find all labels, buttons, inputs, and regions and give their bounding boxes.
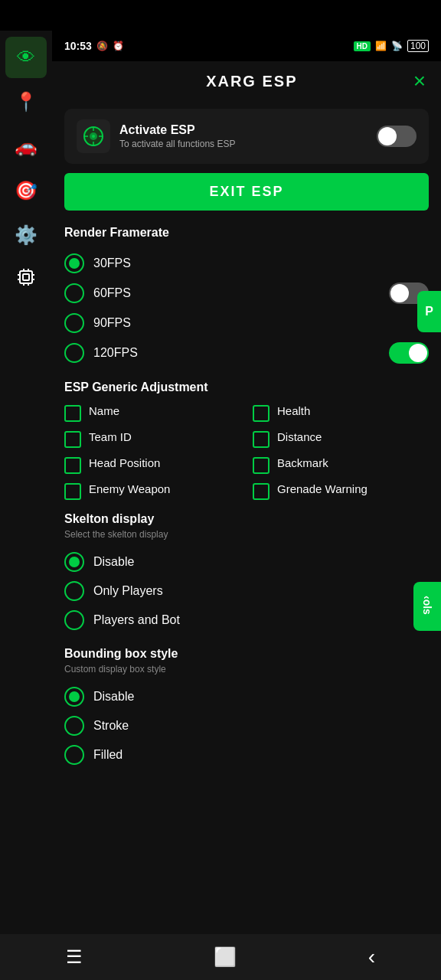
checkbox-health-box[interactable] (253, 405, 270, 422)
checkbox-distance-label: Distance (277, 430, 322, 445)
activate-esp-card: Activate ESP To activate all functions E… (64, 109, 429, 164)
bbox-filled-label: Filled (93, 748, 122, 762)
checkbox-enemyweapon-label: Enemy Weapon (89, 482, 170, 497)
skelton-playersbot-radio[interactable] (64, 610, 84, 630)
fps-90-option[interactable]: 90FPS (64, 309, 429, 338)
skelton-playersbot-option[interactable]: Players and Bot (64, 606, 429, 635)
checkbox-headposition-box[interactable] (64, 457, 81, 474)
right-edge-bottom-label: ‹ols (421, 596, 433, 615)
checkbox-health-label: Health (277, 403, 310, 419)
esp-generic-checkboxes: Name Health Team ID Distance Head Positi… (64, 403, 429, 500)
esp-generic-title: ESP Generic Adjustment (64, 381, 429, 394)
bbox-disable-radio[interactable] (64, 687, 84, 707)
checkbox-distance-box[interactable] (253, 431, 270, 448)
svg-point-12 (92, 135, 95, 138)
checkbox-health[interactable]: Health (253, 403, 429, 422)
bbox-stroke-radio[interactable] (64, 716, 84, 736)
target-icon: 🎯 (15, 180, 38, 201)
activate-esp-subtitle: To activate all functions ESP (119, 139, 235, 149)
checkbox-name[interactable]: Name (64, 403, 240, 422)
bbox-stroke-option[interactable]: Stroke (64, 711, 429, 740)
render-framerate-title: Render Framerate (64, 226, 429, 240)
bounding-box-title: Bounding box style (64, 647, 429, 661)
checkbox-backmark[interactable]: Backmark (253, 456, 429, 474)
eye-icon: 👁 (17, 47, 35, 68)
skelton-onlyplayers-radio[interactable] (64, 581, 84, 601)
skelton-onlyplayers-label: Only Players (93, 584, 163, 598)
back-button[interactable]: ‹ (353, 939, 390, 975)
checkbox-headposition-label: Head Position (89, 456, 160, 471)
bottom-navigation: ☰ ⬜ ‹ (0, 934, 441, 980)
bounding-box-subtitle: Custom display box style (64, 664, 429, 675)
checkbox-headposition[interactable]: Head Position (64, 456, 240, 474)
checkbox-backmark-label: Backmark (277, 456, 328, 471)
fps-60-radio[interactable] (64, 283, 84, 303)
activate-esp-toggle[interactable] (377, 126, 416, 147)
home-button[interactable]: ⬜ (198, 940, 252, 974)
fps-60-label: 60FPS (93, 286, 131, 300)
bounding-box-group: Disable Stroke Filled (64, 682, 429, 769)
right-edge-bottom-btn[interactable]: ‹ols (413, 582, 441, 631)
checkbox-enemyweapon-box[interactable] (64, 483, 81, 500)
app-header: XARG ESP × (52, 61, 441, 101)
checkbox-teamid-box[interactable] (64, 431, 81, 448)
checkbox-grenadewarning-box[interactable] (253, 483, 270, 500)
checkbox-grenadewarning[interactable]: Grenade Warning (253, 482, 429, 500)
fps-90-radio[interactable] (64, 313, 84, 333)
status-time: 10:53 🔕 ⏰ (64, 40, 124, 52)
fps-60-option[interactable]: 60FPS (64, 278, 429, 309)
skelton-playersbot-label: Players and Bot (93, 613, 180, 627)
svg-rect-1 (23, 274, 29, 280)
fps-30-option[interactable]: 30FPS (64, 249, 429, 278)
skelton-display-subtitle: Select the skelton display (64, 529, 429, 540)
chip-icon (17, 268, 35, 291)
exit-esp-button[interactable]: EXIT ESP (64, 173, 429, 211)
checkbox-teamid[interactable]: Team ID (64, 430, 240, 448)
main-panel: 10:53 🔕 ⏰ HD 📶 📡 100 XARG ESP × (52, 31, 441, 934)
bbox-filled-radio[interactable] (64, 745, 84, 765)
battery-icon: 100 (407, 40, 429, 52)
checkbox-name-box[interactable] (64, 405, 81, 422)
sidebar-item-settings[interactable]: ⚙️ (5, 214, 47, 256)
bbox-filled-option[interactable]: Filled (64, 740, 429, 769)
status-bar: 10:53 🔕 ⏰ HD 📶 📡 100 (52, 31, 441, 61)
fps-30-label: 30FPS (93, 256, 131, 270)
skelton-onlyplayers-option[interactable]: Only Players (64, 577, 429, 606)
mute-icon: 🔕 (96, 41, 108, 51)
skelton-disable-radio[interactable] (64, 552, 84, 572)
sidebar-item-chip[interactable] (5, 259, 47, 300)
sidebar-item-car[interactable]: 🚗 (5, 126, 47, 167)
skelton-disable-label: Disable (93, 555, 134, 569)
sidebar-item-target[interactable]: 🎯 (5, 170, 47, 211)
checkbox-enemyweapon[interactable]: Enemy Weapon (64, 482, 240, 500)
fps-30-radio[interactable] (64, 253, 84, 273)
skelton-display-group: Disable Only Players Players and Bot (64, 547, 429, 635)
activate-esp-icon (77, 119, 110, 153)
checkbox-backmark-box[interactable] (253, 457, 270, 474)
wifi-icon: 📡 (391, 41, 403, 51)
gear-icon: ⚙️ (15, 224, 38, 246)
fps-120-option[interactable]: 120FPS (64, 338, 429, 368)
signal-icon: 📶 (375, 41, 387, 51)
right-edge-top-btn[interactable]: P (417, 291, 441, 332)
menu-button[interactable]: ☰ (51, 940, 98, 974)
skelton-display-title: Skelton display (64, 512, 429, 526)
skelton-disable-option[interactable]: Disable (64, 547, 429, 577)
checkbox-teamid-label: Team ID (89, 430, 132, 445)
sidebar-item-eye[interactable]: 👁 (5, 37, 47, 78)
sidebar-item-location[interactable]: 📍 (5, 81, 47, 122)
bbox-disable-option[interactable]: Disable (64, 682, 429, 711)
alarm-icon: ⏰ (113, 41, 124, 51)
checkbox-distance[interactable]: Distance (253, 430, 429, 448)
checkbox-name-label: Name (89, 403, 119, 419)
fps-120-radio[interactable] (64, 343, 84, 363)
location-icon: 📍 (15, 91, 38, 113)
sidebar: 👁 📍 🚗 🎯 ⚙️ (0, 31, 52, 934)
svg-rect-0 (20, 271, 32, 283)
fps-90-label: 90FPS (93, 316, 131, 330)
fps-120-toggle[interactable] (389, 342, 429, 364)
bbox-disable-label: Disable (93, 690, 134, 704)
car-icon: 🚗 (15, 136, 38, 157)
checkbox-grenadewarning-label: Grenade Warning (277, 482, 368, 497)
close-button[interactable]: × (413, 70, 426, 92)
